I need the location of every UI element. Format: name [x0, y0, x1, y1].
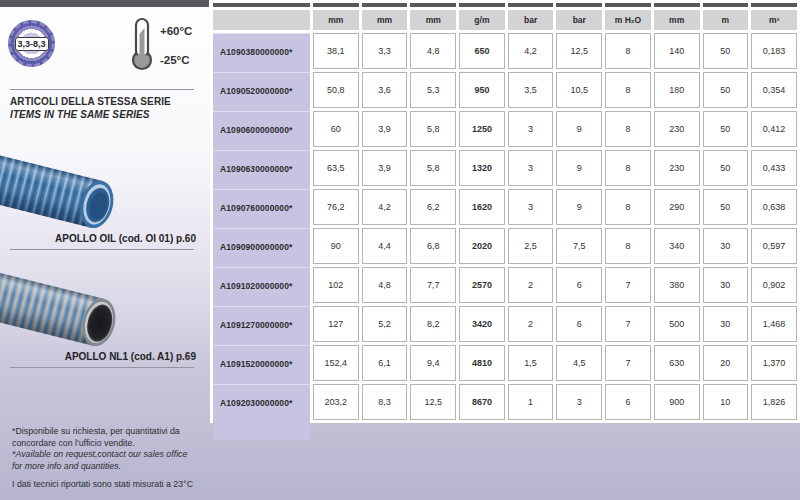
divider	[10, 367, 194, 368]
unit-header-cell: m³	[751, 10, 797, 30]
value-cell: 2570	[459, 267, 505, 303]
value-cell: 4,2	[508, 33, 554, 69]
table-top-bar-segment	[362, 3, 408, 7]
value-cell: 9,4	[410, 345, 456, 381]
value-cell: 230	[654, 150, 700, 186]
product-code-cell: A1090760000000*	[213, 189, 310, 225]
value-cell: 10	[703, 384, 749, 420]
unit-header-cell: mm	[654, 10, 700, 30]
value-cell: 50	[703, 33, 749, 69]
footnotes: *Disponibile su richiesta, per quantitat…	[12, 426, 187, 472]
value-cell: 8,3	[362, 384, 408, 420]
specs-table-body: mmmmmmg/mbarbarm H₂Ommmm³A1090380000000*…	[213, 3, 797, 420]
product-code-cell: A1091520000000*	[213, 345, 310, 381]
value-cell: 630	[654, 345, 700, 381]
footnote-english-line2: for more info and quantities.	[12, 461, 187, 473]
value-cell: 1250	[459, 111, 505, 147]
value-cell: 0,902	[751, 267, 797, 303]
value-cell: 5,8	[410, 150, 456, 186]
table-top-bar-segment	[556, 3, 602, 7]
value-cell: 8,2	[410, 306, 456, 342]
value-cell: 10,5	[556, 72, 602, 108]
product-code-cell: A1090520000000*	[213, 72, 310, 108]
unit-header-cell: m	[703, 10, 749, 30]
unit-header-cell: g/m	[459, 10, 505, 30]
value-cell: 5,2	[362, 306, 408, 342]
footnote-italian-line1: *Disponibile su richiesta, per quantitat…	[12, 426, 187, 438]
value-cell: 30	[703, 306, 749, 342]
footnote-italian-line2: concordare con l'ufficio vendite.	[12, 438, 187, 450]
unit-header-cell	[213, 10, 310, 30]
diameter-range-label: 3,3-8,3	[14, 37, 48, 51]
value-cell: 3,5	[508, 72, 554, 108]
value-cell: 8	[605, 150, 651, 186]
temperature-min: -25°C	[160, 54, 190, 66]
value-cell: 0,638	[751, 189, 797, 225]
temperature-max: +60°C	[160, 25, 192, 37]
value-cell: 7	[605, 345, 651, 381]
product-code-cell: A1092030000000*	[213, 384, 310, 420]
value-cell: 3,3	[362, 33, 408, 69]
value-cell: 8	[605, 228, 651, 264]
value-cell: 50,8	[313, 72, 359, 108]
value-cell: 3	[508, 189, 554, 225]
value-cell: 6,2	[410, 189, 456, 225]
product-code-cell: A1090600000000*	[213, 111, 310, 147]
unit-header-cell: mm	[362, 10, 408, 30]
value-cell: 203,2	[313, 384, 359, 420]
value-cell: 230	[654, 111, 700, 147]
apollo-nl1-hose-image	[0, 252, 210, 352]
product-code-cell: A1091020000000*	[213, 267, 310, 303]
value-cell: 1620	[459, 189, 505, 225]
value-cell: 50	[703, 150, 749, 186]
value-cell: 9	[556, 189, 602, 225]
value-cell: 1,5	[508, 345, 554, 381]
value-cell: 152,4	[313, 345, 359, 381]
value-cell: 4,4	[362, 228, 408, 264]
series-title-english: ITEMS IN THE SAME SERIES	[10, 109, 171, 122]
unit-header-cell: mm	[313, 10, 359, 30]
measurement-note: I dati tecnici riportati sono stati misu…	[12, 479, 193, 489]
value-cell: 3	[508, 111, 554, 147]
value-cell: 4,5	[556, 345, 602, 381]
value-cell: 1320	[459, 150, 505, 186]
catalog-page: 3,3-8,3 +60°C -25°C ARTICOLI DELLA STESS…	[0, 0, 800, 500]
value-cell: 1,370	[751, 345, 797, 381]
value-cell: 6	[556, 267, 602, 303]
value-cell: 30	[703, 228, 749, 264]
value-cell: 3,9	[362, 111, 408, 147]
value-cell: 3420	[459, 306, 505, 342]
unit-header-cell: m H₂O	[605, 10, 651, 30]
value-cell: 3	[556, 384, 602, 420]
table-row: A1091520000000*152,46,19,448101,54,57630…	[213, 345, 797, 381]
value-cell: 2	[508, 306, 554, 342]
value-cell: 50	[703, 111, 749, 147]
value-cell: 5,8	[410, 111, 456, 147]
sidebar: 3,3-8,3 +60°C -25°C ARTICOLI DELLA STESS…	[0, 0, 210, 500]
diameter-range-badge-icon: 3,3-8,3	[8, 20, 55, 67]
table-top-bar-segment	[313, 3, 359, 7]
product-code-cell: A1091270000000*	[213, 306, 310, 342]
table-top-bar-segment	[605, 3, 651, 7]
value-cell: 0,597	[751, 228, 797, 264]
value-cell: 102	[313, 267, 359, 303]
value-cell: 4810	[459, 345, 505, 381]
value-cell: 4,8	[410, 33, 456, 69]
value-cell: 8	[605, 189, 651, 225]
value-cell: 12,5	[556, 33, 602, 69]
value-cell: 290	[654, 189, 700, 225]
related-product-caption: APOLLO NL1 (cod. A1) p.69	[65, 351, 196, 362]
product-code-cell: A1090380000000*	[213, 33, 310, 69]
value-cell: 7,5	[556, 228, 602, 264]
value-cell: 140	[654, 33, 700, 69]
value-cell: 7	[605, 267, 651, 303]
value-cell: 340	[654, 228, 700, 264]
table-top-bar-segment	[213, 3, 310, 7]
value-cell: 63,5	[313, 150, 359, 186]
value-cell: 0,412	[751, 111, 797, 147]
table-top-bar-segment	[703, 3, 749, 7]
value-cell: 2,5	[508, 228, 554, 264]
value-cell: 127	[313, 306, 359, 342]
value-cell: 180	[654, 72, 700, 108]
divider	[10, 249, 194, 250]
